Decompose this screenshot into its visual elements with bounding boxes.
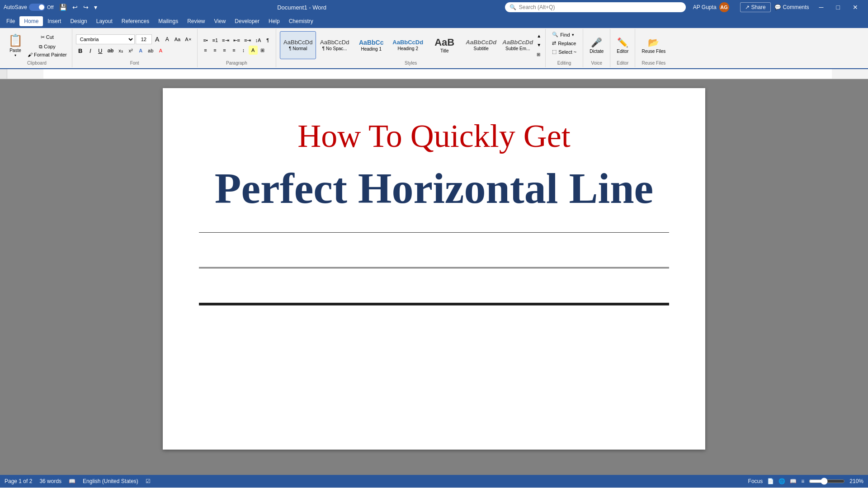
style-normal[interactable]: AaBbCcDd ¶ Normal <box>280 31 316 59</box>
menu-layout[interactable]: Layout <box>92 16 117 26</box>
find-dropdown[interactable]: ▾ <box>572 33 574 37</box>
bullets-button[interactable]: ≡• <box>201 36 210 45</box>
view-print-layout[interactable]: 📄 <box>767 478 774 484</box>
change-case-button[interactable]: Aа <box>173 35 182 44</box>
font-size-input[interactable] <box>136 34 152 44</box>
username: AP Gupta <box>693 4 717 10</box>
font-color-button[interactable]: A <box>156 46 165 55</box>
user-initials: AG <box>720 5 728 10</box>
paste-dropdown-icon[interactable]: ▾ <box>14 53 16 57</box>
styles-scroll-down[interactable]: ▼ <box>536 42 542 48</box>
zoom-slider[interactable] <box>809 478 845 485</box>
menu-chemistry[interactable]: Chemistry <box>284 16 318 26</box>
decrease-indent-button[interactable]: ⇤≡ <box>231 36 242 45</box>
style-subtitle[interactable]: AaBbCcDd Subtitle <box>463 31 499 59</box>
styles-scroll-up[interactable]: ▲ <box>536 33 542 39</box>
menu-help[interactable]: Help <box>264 16 284 26</box>
format-painter-button[interactable]: 🖌 Format Painter <box>26 52 68 58</box>
font-family-select[interactable]: Cambria <box>76 34 135 44</box>
menu-view[interactable]: View <box>210 16 231 26</box>
replace-button[interactable]: ⇄ Replace <box>549 39 579 47</box>
editing-buttons: 🔍 Find ▾ ⇄ Replace ⬚ Select ~ <box>549 31 579 56</box>
search-input[interactable] <box>519 4 681 10</box>
shading-button[interactable]: A <box>249 46 258 55</box>
autosave-area: AutoSave Off <box>4 4 54 11</box>
save-icon[interactable]: 💾 <box>57 3 69 12</box>
menu-mailings[interactable]: Mailings <box>154 16 183 26</box>
comments-label: Comments <box>783 4 809 10</box>
sort-button[interactable]: ↕A <box>253 36 263 45</box>
document-title: Document1 - Word <box>103 4 501 11</box>
menu-home[interactable]: Home <box>19 16 43 26</box>
multilevel-list-button[interactable]: ≡⇥ <box>220 36 231 45</box>
view-read[interactable]: 📖 <box>790 478 797 484</box>
autosave-toggle[interactable] <box>29 4 45 11</box>
italic-button[interactable]: I <box>86 46 95 55</box>
cut-icon: ✂ <box>41 34 45 40</box>
font-group-label: Font <box>130 60 139 66</box>
align-right-button[interactable]: ≡ <box>220 46 229 55</box>
bold-button[interactable]: B <box>76 46 85 55</box>
share-button[interactable]: ↗ Share <box>740 2 771 12</box>
accessibility-icon[interactable]: ☑ <box>146 478 151 484</box>
menu-review[interactable]: Review <box>183 16 209 26</box>
cut-button[interactable]: ✂ Cut <box>26 33 68 42</box>
editor-group: ✏️ Editor Editor <box>610 29 635 67</box>
menu-developer[interactable]: Developer <box>230 16 264 26</box>
underline-button[interactable]: U <box>96 46 105 55</box>
redo-icon[interactable]: ↪ <box>81 3 90 12</box>
show-formatting-button[interactable]: ¶ <box>263 36 272 45</box>
menu-bar: File Home Insert Design Layout Reference… <box>0 14 868 28</box>
grow-font-button[interactable]: A <box>153 35 162 44</box>
superscript-button[interactable]: x² <box>126 46 135 55</box>
document-page[interactable]: How To Quickly Get Perfect Horizontal Li… <box>163 88 705 450</box>
clear-format-button[interactable]: A✕ <box>183 35 193 44</box>
shrink-font-button[interactable]: A <box>163 35 172 44</box>
close-button[interactable]: ✕ <box>846 0 864 14</box>
menu-insert[interactable]: Insert <box>43 16 66 26</box>
style-heading2[interactable]: AaBbCcDd Heading 2 <box>390 31 426 59</box>
select-button[interactable]: ⬚ Select ~ <box>549 48 579 56</box>
text-highlight-button[interactable]: ab <box>146 46 155 55</box>
line-spacing-button[interactable]: ↕ <box>239 46 248 55</box>
borders-button[interactable]: ⊞ <box>258 46 267 55</box>
dictate-button[interactable]: 🎤 Dictate <box>587 31 606 60</box>
maximize-button[interactable]: □ <box>830 0 846 14</box>
customize-qat-icon[interactable]: ▾ <box>92 3 99 12</box>
style-subtle-em[interactable]: AaBbCcDd Subtle Em... <box>500 31 536 59</box>
clipboard-group-label: Clipboard <box>27 60 47 66</box>
justify-button[interactable]: ≡ <box>230 46 239 55</box>
find-button[interactable]: 🔍 Find ▾ <box>549 31 579 38</box>
menu-file[interactable]: File <box>2 16 19 26</box>
editor-button[interactable]: ✏️ Editor <box>614 31 631 60</box>
view-web[interactable]: 🌐 <box>778 478 785 484</box>
minimize-button[interactable]: ─ <box>813 0 830 14</box>
paste-button[interactable]: 📋 Paste ▾ <box>5 31 25 60</box>
focus-button[interactable]: Focus <box>748 478 763 484</box>
subscript-button[interactable]: x₂ <box>116 46 125 55</box>
style-title[interactable]: AaB Title <box>426 31 462 59</box>
styles-expand[interactable]: ⊞ <box>536 52 542 57</box>
menu-design[interactable]: Design <box>66 16 91 26</box>
text-effects-button[interactable]: A <box>136 46 145 55</box>
align-center-button[interactable]: ≡ <box>211 46 220 55</box>
paste-icon: 📋 <box>8 33 23 47</box>
strikethrough-button[interactable]: ab <box>106 46 115 55</box>
menu-references[interactable]: References <box>117 16 154 26</box>
search-bar[interactable]: 🔍 <box>505 2 686 12</box>
style-heading1[interactable]: AaBbCc Heading 1 <box>353 31 389 59</box>
styles-gallery: AaBbCcDd ¶ Normal AaBbCcDd ¶ No Spac... … <box>280 31 542 60</box>
copy-button[interactable]: ⧉ Copy <box>26 42 68 51</box>
view-outline[interactable]: ≡ <box>801 478 804 484</box>
zoom-level[interactable]: 210% <box>849 478 863 484</box>
user-avatar[interactable]: AG <box>719 2 729 12</box>
increase-indent-button[interactable]: ≡⇥ <box>242 36 253 45</box>
align-left-button[interactable]: ≡ <box>201 46 210 55</box>
reuse-files-button[interactable]: 📂 Reuse Files <box>639 31 668 60</box>
numbering-button[interactable]: ≡1 <box>211 36 220 45</box>
comments-button[interactable]: 💬 Comments <box>774 4 809 10</box>
styles-group: AaBbCcDd ¶ Normal AaBbCcDd ¶ No Spac... … <box>276 29 546 67</box>
undo-icon[interactable]: ↩ <box>71 3 80 12</box>
style-no-spacing[interactable]: AaBbCcDd ¶ No Spac... <box>316 31 353 59</box>
paragraph-group: ≡• ≡1 ≡⇥ ⇤≡ ≡⇥ ↕A ¶ ≡ ≡ ≡ ≡ ↕ A ⊞ Paragr… <box>198 29 277 67</box>
